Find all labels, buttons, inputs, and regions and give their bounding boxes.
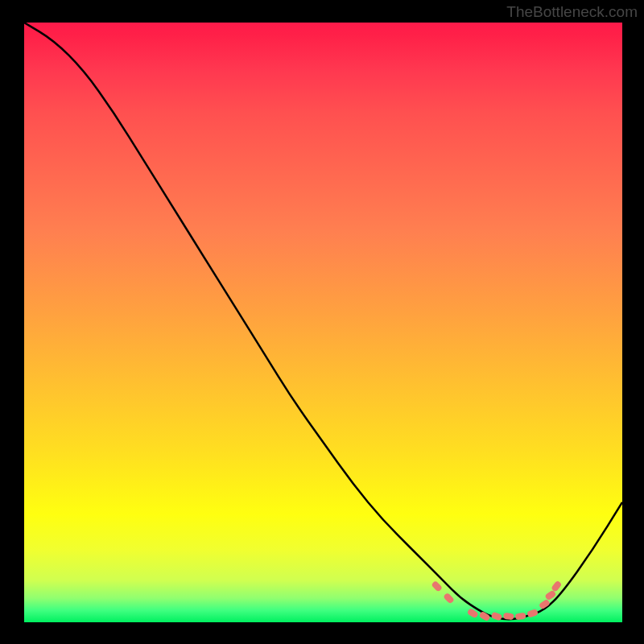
curve-markers <box>431 580 562 622</box>
marker-point <box>515 613 526 621</box>
plot-area <box>24 23 622 622</box>
marker-point <box>443 592 455 605</box>
marker-point <box>490 612 502 621</box>
chart-container: TheBottleneck.com <box>0 0 644 644</box>
marker-point <box>551 580 562 592</box>
bottleneck-curve <box>24 23 622 619</box>
marker-point <box>431 580 443 592</box>
watermark-text: TheBottleneck.com <box>506 3 638 21</box>
curve-layer <box>24 23 622 622</box>
